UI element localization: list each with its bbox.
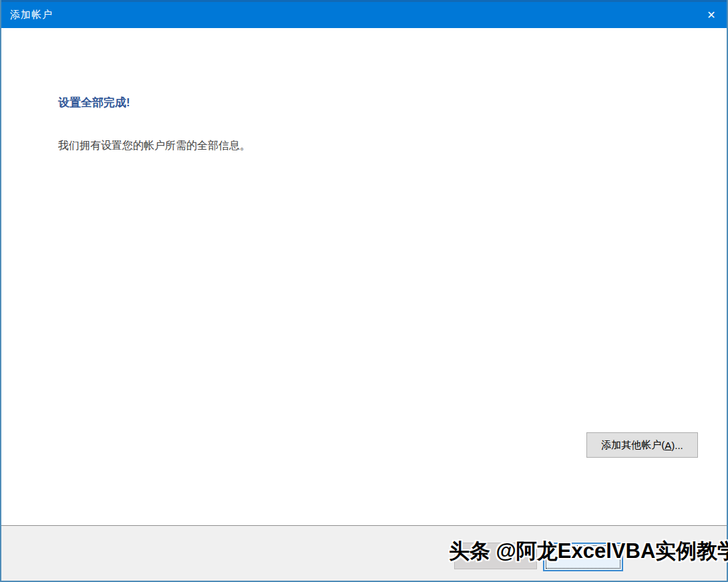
dialog-footer: [1, 525, 727, 581]
setup-complete-message: 我们拥有设置您的帐户所需的全部信息。: [58, 139, 250, 153]
close-icon: ✕: [707, 9, 715, 21]
add-other-account-label-prefix: 添加其他帐户(: [601, 439, 665, 452]
close-button[interactable]: ✕: [696, 2, 727, 28]
back-button[interactable]: [454, 543, 537, 569]
add-other-account-access-key: A: [665, 440, 671, 451]
add-other-account-label-suffix: )...: [671, 440, 683, 451]
dialog-content: 设置全部完成! 我们拥有设置您的帐户所需的全部信息。 添加其他帐户(A)...: [1, 28, 727, 525]
setup-complete-heading: 设置全部完成!: [58, 95, 130, 110]
add-account-dialog: 添加帐户 ✕ 设置全部完成! 我们拥有设置您的帐户所需的全部信息。 添加其他帐户…: [0, 0, 728, 582]
finish-button-focused[interactable]: [543, 543, 623, 571]
window-title: 添加帐户: [10, 9, 53, 21]
titlebar: 添加帐户 ✕: [1, 0, 727, 28]
add-other-account-button[interactable]: 添加其他帐户(A)...: [586, 432, 698, 458]
